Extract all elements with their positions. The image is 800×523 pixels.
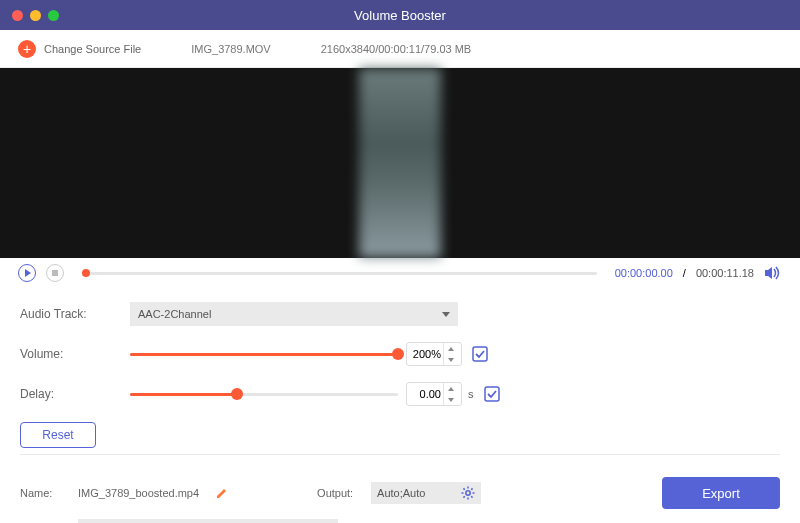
delay-label: Delay: [20, 387, 130, 401]
play-icon [25, 269, 31, 277]
delay-step-down[interactable] [444, 394, 457, 405]
titlebar: Volume Booster [0, 0, 800, 30]
delay-slider-handle[interactable] [231, 388, 243, 400]
gear-icon[interactable] [461, 486, 475, 500]
delay-slider[interactable] [130, 384, 398, 404]
delay-input[interactable] [407, 388, 443, 400]
svg-rect-0 [473, 347, 487, 361]
volume-slider[interactable] [130, 344, 398, 364]
toolbar: + Change Source File IMG_3789.MOV 2160x3… [0, 30, 800, 68]
volume-icon[interactable] [764, 265, 782, 281]
output-name-value: IMG_3789_boosted.mp4 [78, 487, 199, 499]
delay-apply-checkbox[interactable] [484, 386, 500, 402]
output-format-select[interactable]: Auto;Auto [371, 482, 481, 504]
plus-icon: + [18, 40, 36, 58]
chevron-down-icon [442, 312, 450, 317]
current-time: 00:00:00.00 [615, 267, 673, 279]
svg-line-8 [471, 496, 472, 497]
timeline-handle[interactable] [82, 269, 90, 277]
stop-button[interactable] [46, 264, 64, 282]
window-title: Volume Booster [0, 8, 800, 23]
audio-track-select[interactable]: AAC-2Channel [130, 302, 458, 326]
time-separator: / [683, 267, 686, 279]
volume-label: Volume: [20, 347, 130, 361]
change-source-label: Change Source File [44, 43, 141, 55]
audio-track-value: AAC-2Channel [138, 308, 211, 320]
timeline-slider[interactable] [82, 272, 597, 275]
controls-panel: Audio Track: AAC-2Channel Volume: Delay: [0, 288, 800, 467]
video-thumbnail [359, 68, 441, 258]
delay-step-up[interactable] [444, 383, 457, 394]
edit-name-button[interactable] [215, 486, 229, 500]
video-preview[interactable] [0, 68, 800, 258]
volume-input-wrap [406, 342, 462, 366]
total-time: 00:00:11.18 [696, 267, 754, 279]
reset-button[interactable]: Reset [20, 422, 96, 448]
save-path-select[interactable]: /Users/████/Movies/Volume Booster [78, 519, 338, 523]
volume-input[interactable] [407, 348, 443, 360]
change-source-button[interactable]: + Change Source File [18, 40, 141, 58]
play-button[interactable] [18, 264, 36, 282]
player-bar: 00:00:00.00/00:00:11.18 [0, 258, 800, 288]
volume-slider-handle[interactable] [392, 348, 404, 360]
svg-line-9 [463, 496, 464, 497]
output-format-value: Auto;Auto [377, 487, 425, 499]
volume-step-up[interactable] [444, 343, 457, 354]
export-button[interactable]: Export [662, 477, 780, 509]
svg-rect-1 [485, 387, 499, 401]
divider [20, 454, 780, 455]
output-label: Output: [317, 487, 363, 499]
volume-apply-checkbox[interactable] [472, 346, 488, 362]
delay-unit: s [468, 388, 474, 400]
source-fileinfo: 2160x3840/00:00:11/79.03 MB [321, 43, 471, 55]
svg-line-7 [463, 488, 464, 489]
footer: Name: IMG_3789_boosted.mp4 Output: Auto;… [0, 467, 800, 523]
name-label: Name: [20, 487, 70, 499]
source-filename: IMG_3789.MOV [191, 43, 270, 55]
svg-point-2 [466, 491, 470, 495]
audio-track-label: Audio Track: [20, 307, 130, 321]
stop-icon [52, 270, 58, 276]
volume-step-down[interactable] [444, 354, 457, 365]
delay-input-wrap [406, 382, 462, 406]
svg-line-10 [471, 488, 472, 489]
